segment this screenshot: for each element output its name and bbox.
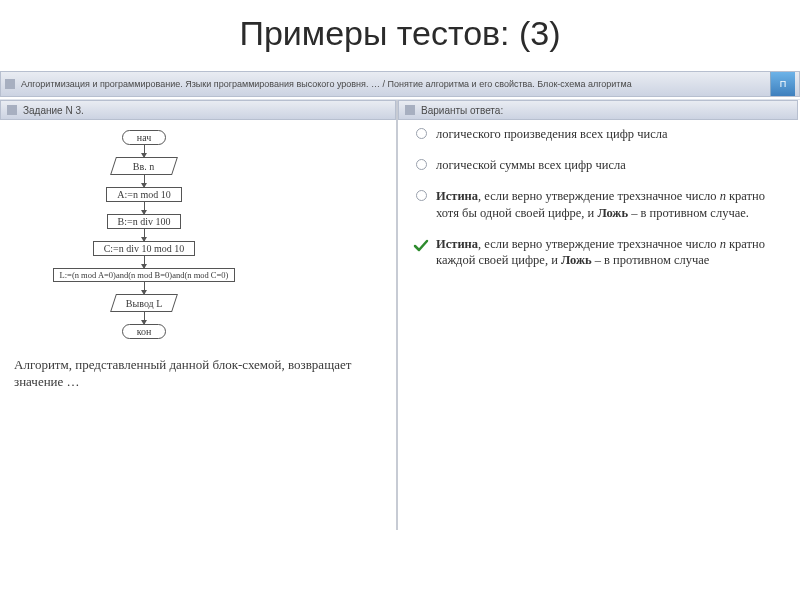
radio-icon xyxy=(412,126,430,139)
checkmark-icon xyxy=(412,236,430,254)
flow-step-2: B:=n div 100 xyxy=(107,214,182,229)
answer-text: Истина, если верно утверждение трехзначн… xyxy=(430,236,784,270)
answer-text: логического произведения всех цифр числа xyxy=(430,126,784,143)
flow-start: нач xyxy=(122,130,166,145)
content-panels: Задание N 3. нач Вв. n A:=n mod 10 B:=n … xyxy=(0,99,800,530)
answers-header: Варианты ответа: xyxy=(398,100,798,120)
flowchart: нач Вв. n A:=n mod 10 B:=n div 100 C:=n … xyxy=(44,130,244,339)
breadcrumb-bar: Алгоритмизация и программирование. Языки… xyxy=(0,71,800,97)
answer-option-1[interactable]: логического произведения всех цифр числа xyxy=(412,126,784,143)
answer-option-4[interactable]: Истина, если верно утверждение трехзначн… xyxy=(412,236,784,270)
answers-header-label: Варианты ответа: xyxy=(421,105,503,116)
flow-output: Вывод L xyxy=(110,294,178,312)
flow-arrow-icon xyxy=(144,145,145,157)
flow-arrow-icon xyxy=(144,175,145,187)
flow-arrow-icon xyxy=(144,202,145,214)
flow-step-1: A:=n mod 10 xyxy=(106,187,181,202)
question-header: Задание N 3. xyxy=(0,100,396,120)
answer-text: Истина, если верно утверждение трехзначн… xyxy=(430,188,784,222)
answers-header-icon xyxy=(405,105,415,115)
question-body: нач Вв. n A:=n mod 10 B:=n div 100 C:=n … xyxy=(0,120,396,530)
answers-body: логического произведения всех цифр числа… xyxy=(398,120,798,530)
flow-step-4: L:=(n mod A=0)and(n mod B=0)and(n mod C=… xyxy=(53,268,236,282)
answer-option-2[interactable]: логической суммы всех цифр числа xyxy=(412,157,784,174)
question-text: Алгоритм, представленный данной блок-схе… xyxy=(14,357,382,391)
flow-arrow-icon xyxy=(144,312,145,324)
answer-text: логической суммы всех цифр числа xyxy=(430,157,784,174)
flow-input: Вв. n xyxy=(110,157,178,175)
question-header-icon xyxy=(7,105,17,115)
flow-arrow-icon xyxy=(144,282,145,294)
breadcrumb-button[interactable]: П xyxy=(770,72,795,96)
radio-icon xyxy=(412,188,430,201)
radio-icon xyxy=(412,157,430,170)
question-header-label: Задание N 3. xyxy=(23,105,84,116)
question-panel: Задание N 3. нач Вв. n A:=n mod 10 B:=n … xyxy=(0,100,398,530)
breadcrumb-icon xyxy=(5,79,15,89)
slide-title: Примеры тестов: (3) xyxy=(0,14,800,53)
answer-option-3[interactable]: Истина, если верно утверждение трехзначн… xyxy=(412,188,784,222)
flow-step-3: C:=n div 10 mod 10 xyxy=(93,241,196,256)
flow-end: кон xyxy=(122,324,167,339)
flow-arrow-icon xyxy=(144,229,145,241)
answers-panel: Варианты ответа: логического произведени… xyxy=(398,100,798,530)
flow-arrow-icon xyxy=(144,256,145,268)
breadcrumb-text: Алгоритмизация и программирование. Языки… xyxy=(21,79,770,89)
